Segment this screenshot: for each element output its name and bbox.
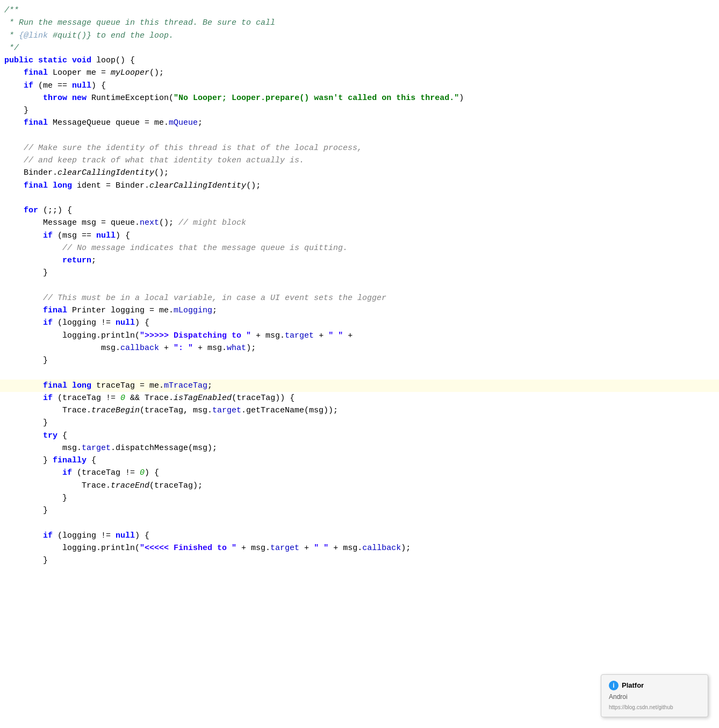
code-segment: "No Looper; Looper.prepare() wasn't call… bbox=[174, 94, 459, 103]
code-segment: static bbox=[38, 56, 67, 65]
code-segment: 0 bbox=[120, 394, 125, 403]
code-segment: .dispatchMessage(msg); bbox=[111, 444, 217, 453]
tooltip-box: i Platfor Androi https://blog.csdn.net/g… bbox=[601, 674, 708, 717]
code-line: final Printer logging = me.mLogging; bbox=[0, 304, 719, 317]
code-segment: ) { bbox=[91, 81, 106, 90]
code-segment: if bbox=[43, 531, 53, 540]
code-segment bbox=[4, 181, 24, 190]
code-segment: // This must be in a local variable, in … bbox=[4, 294, 386, 303]
code-segment: } bbox=[4, 556, 48, 565]
code-segment: ident = Binder. bbox=[72, 181, 149, 190]
code-line: // No message indicates that the message… bbox=[0, 242, 719, 254]
code-segment: + bbox=[314, 331, 328, 340]
code-segment: + msg. bbox=[328, 544, 362, 553]
code-text: public static void loop() { bbox=[4, 54, 715, 67]
code-line: * {@link #quit()} to end the loop. bbox=[0, 30, 719, 42]
code-line: try { bbox=[0, 430, 719, 442]
code-text: } bbox=[4, 554, 715, 567]
code-segment: isTagEnabled bbox=[174, 394, 232, 403]
code-segment: && Trace. bbox=[125, 394, 174, 403]
code-line bbox=[0, 517, 719, 529]
code-segment: loop() { bbox=[91, 56, 135, 65]
tooltip-subtitle: Androi bbox=[609, 692, 700, 702]
code-segment: finally bbox=[53, 456, 87, 465]
code-segment: if bbox=[43, 231, 53, 240]
code-line: if (logging != null) { bbox=[0, 317, 719, 329]
code-segment: if bbox=[43, 394, 53, 403]
code-segment: target bbox=[82, 444, 111, 453]
code-segment: final bbox=[43, 381, 67, 390]
code-segment: } bbox=[4, 494, 67, 503]
code-segment: " " bbox=[328, 331, 343, 340]
code-text: Trace.traceEnd(traceTag); bbox=[4, 480, 715, 492]
code-text: * {@link #quit()} to end the loop. bbox=[4, 30, 715, 42]
code-line: } finally { bbox=[0, 454, 719, 467]
code-text: } bbox=[4, 417, 715, 429]
code-segment: logging.println( bbox=[4, 331, 140, 340]
code-segment: null bbox=[72, 81, 91, 90]
code-text: msg.target.dispatchMessage(msg); bbox=[4, 442, 715, 454]
code-line: final MessageQueue queue = me.mQueue; bbox=[0, 117, 719, 129]
code-line: // This must be in a local variable, in … bbox=[0, 292, 719, 304]
code-text: throw new RuntimeException("No Looper; L… bbox=[4, 92, 715, 104]
code-segment: if bbox=[24, 81, 33, 90]
code-segment: } bbox=[4, 456, 53, 465]
code-text: final Printer logging = me.mLogging; bbox=[4, 304, 715, 317]
code-text: } bbox=[4, 267, 715, 279]
code-segment: ; bbox=[212, 306, 217, 315]
code-segment: (msg == bbox=[53, 231, 96, 240]
code-text: // and keep track of what that identity … bbox=[4, 154, 715, 167]
code-segment: (traceTag); bbox=[149, 481, 203, 490]
code-segment: (;;) { bbox=[38, 206, 72, 215]
code-line: // and keep track of what that identity … bbox=[0, 154, 719, 167]
code-segment: + bbox=[299, 544, 314, 553]
code-segment bbox=[4, 118, 24, 127]
tooltip-url: https://blog.csdn.net/github bbox=[609, 703, 700, 712]
code-segment: ) { bbox=[135, 531, 149, 540]
code-line: logging.println(">>>>> Dispatching to " … bbox=[0, 330, 719, 342]
code-segment: (); bbox=[246, 181, 261, 190]
code-segment: clearCallingIdentity bbox=[149, 181, 246, 190]
code-segment: // might block bbox=[178, 218, 246, 227]
code-line: logging.println("<<<<< Finished to " + m… bbox=[0, 542, 719, 554]
code-text: } bbox=[4, 354, 715, 367]
code-segment: // No message indicates that the message… bbox=[4, 244, 348, 253]
code-segment: MessageQueue queue = me. bbox=[48, 118, 169, 127]
code-line: Message msg = queue.next(); // might blo… bbox=[0, 217, 719, 229]
code-segment: logging.println( bbox=[4, 544, 140, 553]
code-line: if (msg == null) { bbox=[0, 230, 719, 242]
code-text bbox=[4, 192, 715, 204]
code-text: } bbox=[4, 504, 715, 517]
code-line: if (me == null) { bbox=[0, 80, 719, 92]
code-segment: } bbox=[4, 506, 48, 515]
code-text: Trace.traceBegin(traceTag, msg.target.ge… bbox=[4, 404, 715, 417]
code-segment: traceEnd bbox=[111, 481, 149, 490]
code-segment: null bbox=[116, 531, 135, 540]
code-text bbox=[4, 130, 715, 142]
code-segment: */ bbox=[4, 44, 19, 53]
code-segment: ) { bbox=[145, 468, 159, 477]
code-segment: target bbox=[212, 406, 241, 415]
code-line: } bbox=[0, 417, 719, 429]
code-segment: * bbox=[4, 31, 19, 40]
code-line: /** bbox=[0, 4, 719, 17]
code-segment: Trace. bbox=[4, 481, 111, 490]
code-segment: callback bbox=[120, 344, 159, 353]
code-segment bbox=[4, 94, 43, 103]
code-segment: final bbox=[24, 118, 48, 127]
code-segment: (me == bbox=[33, 81, 72, 90]
code-line: if (traceTag != 0 && Trace.isTagEnabled(… bbox=[0, 392, 719, 404]
code-segment: (); bbox=[159, 218, 178, 227]
code-line: msg.target.dispatchMessage(msg); bbox=[0, 442, 719, 454]
code-segment: target bbox=[270, 544, 299, 553]
code-line: final long ident = Binder.clearCallingId… bbox=[0, 180, 719, 192]
code-segment: ; bbox=[198, 118, 203, 127]
code-segment: + bbox=[159, 344, 174, 353]
code-segment: ) { bbox=[116, 231, 130, 240]
code-line: } bbox=[0, 554, 719, 567]
code-segment: " " bbox=[314, 544, 328, 553]
code-segment: myLooper bbox=[111, 68, 149, 77]
code-text: final MessageQueue queue = me.mQueue; bbox=[4, 117, 715, 129]
code-segment bbox=[67, 381, 72, 390]
code-segment: Trace. bbox=[4, 406, 91, 415]
